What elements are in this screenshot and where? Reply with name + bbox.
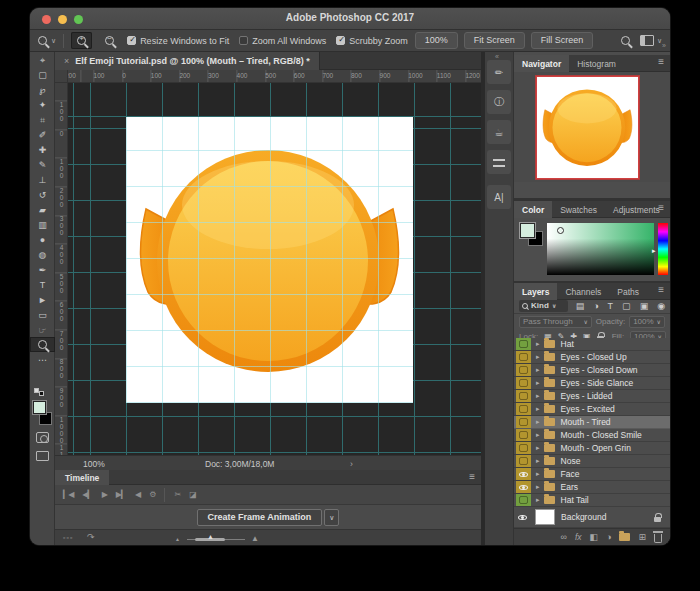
- visibility-toggle[interactable]: [516, 351, 531, 363]
- status-chevron-icon[interactable]: ›: [350, 459, 353, 469]
- document-tab[interactable]: × Elf Emoji Tutorial.psd @ 100% (Mouth –…: [55, 52, 320, 70]
- expand-group-icon[interactable]: ▸: [536, 418, 540, 426]
- layer-row[interactable]: ▸Mouth - Closed Smile: [514, 429, 670, 442]
- zoom-out-mode-button[interactable]: −: [99, 32, 120, 49]
- current-tool-icon[interactable]: ∨: [38, 36, 56, 45]
- horizontal-ruler[interactable]: 2001000100200300400500600700800900100011…: [68, 70, 481, 83]
- brush-settings-panel-icon[interactable]: ✏: [487, 60, 511, 84]
- hand-tool[interactable]: ☞: [30, 322, 55, 337]
- filter-pixel-layers-icon[interactable]: ▤: [576, 301, 585, 311]
- visibility-eye-icon[interactable]: [516, 468, 531, 480]
- type-tool[interactable]: T: [30, 277, 55, 292]
- previous-frame-button[interactable]: ◀▎: [82, 490, 92, 499]
- filter-toggle-icon[interactable]: ◉: [657, 301, 665, 311]
- visibility-eye-icon[interactable]: [516, 481, 531, 493]
- zoom-100-button[interactable]: 100%: [415, 32, 458, 49]
- first-frame-button[interactable]: ▎◀: [63, 490, 73, 499]
- layer-row[interactable]: ▸Ears: [514, 481, 670, 494]
- layer-row[interactable]: ▸Eyes - Lidded: [514, 390, 670, 403]
- move-tool[interactable]: ⌖: [30, 52, 55, 67]
- layer-row[interactable]: ▸Mouth - Open Grin: [514, 442, 670, 455]
- panel-menu-icon[interactable]: ≡: [658, 202, 664, 213]
- lasso-tool[interactable]: ℘: [30, 82, 55, 97]
- layer-row[interactable]: ▸Nose: [514, 455, 670, 468]
- layer-row[interactable]: ▸Mouth - Tired: [514, 416, 670, 429]
- tab-color[interactable]: Color: [514, 201, 552, 218]
- create-frame-animation-button[interactable]: Create Frame Animation: [197, 509, 323, 526]
- layer-row[interactable]: ▸Eyes - Excited: [514, 403, 670, 416]
- opacity-dropdown[interactable]: 100%∨: [629, 316, 665, 328]
- expand-group-icon[interactable]: ▸: [536, 353, 540, 361]
- expand-group-icon[interactable]: ▸: [536, 457, 540, 465]
- timeline-zoom-in-icon[interactable]: ▲: [251, 534, 259, 543]
- timeline-zoom-slider-thumb[interactable]: ▲: [207, 533, 214, 540]
- layer-row[interactable]: ▸Hat: [514, 338, 670, 351]
- properties-panel-icon[interactable]: [487, 150, 511, 174]
- workspace-switcher[interactable]: ∨: [640, 35, 662, 46]
- expand-group-icon[interactable]: ▸: [536, 392, 540, 400]
- visibility-toggle[interactable]: [516, 416, 531, 428]
- tab-navigator[interactable]: Navigator: [514, 55, 569, 72]
- canvas[interactable]: [126, 117, 413, 403]
- filter-shape-layers-icon[interactable]: ▢: [622, 301, 631, 311]
- timeline-settings-button[interactable]: ⚙: [149, 490, 155, 499]
- layer-row[interactable]: ▸Face: [514, 468, 670, 481]
- dodge-tool[interactable]: ◍: [30, 247, 55, 262]
- default-colors-icon[interactable]: [34, 388, 44, 396]
- expand-group-icon[interactable]: ▸: [536, 405, 540, 413]
- hue-slider-marker[interactable]: ▸: [652, 247, 656, 255]
- expand-group-icon[interactable]: ▸: [536, 379, 540, 387]
- foreground-color-swatch[interactable]: [33, 401, 46, 414]
- zoom-all-windows-checkbox[interactable]: Zoom All Windows: [239, 36, 326, 46]
- crop-tool[interactable]: ⌗: [30, 112, 55, 127]
- new-adjustment-layer-icon[interactable]: ◑: [606, 532, 611, 542]
- transition-button[interactable]: ◪: [189, 490, 196, 499]
- expand-group-icon[interactable]: ▸: [536, 340, 540, 348]
- panel-menu-icon[interactable]: ≡: [658, 56, 664, 67]
- navigator-preview[interactable]: [535, 75, 640, 180]
- add-layer-mask-icon[interactable]: ◧: [590, 532, 599, 542]
- visibility-toggle[interactable]: [516, 442, 531, 454]
- visibility-toggle[interactable]: [516, 403, 531, 415]
- expand-group-icon[interactable]: ▸: [536, 496, 540, 504]
- layer-row[interactable]: ▸Eyes - Closed Down: [514, 364, 670, 377]
- path-selection-tool[interactable]: ►: [30, 292, 55, 307]
- tab-swatches[interactable]: Swatches: [552, 201, 605, 218]
- panel-menu-icon[interactable]: ≡: [469, 471, 475, 482]
- play-button[interactable]: ▶: [102, 490, 107, 499]
- tool-presets-panel-icon[interactable]: ☕: [487, 120, 511, 144]
- visibility-toggle[interactable]: [516, 390, 531, 402]
- tab-histogram[interactable]: Histogram: [569, 55, 624, 72]
- frame-view-icon[interactable]: ▫▫▫: [63, 534, 73, 541]
- zoom-in-mode-button[interactable]: +: [71, 32, 92, 49]
- expand-group-icon[interactable]: ▸: [536, 431, 540, 439]
- expand-dock-icon[interactable]: «: [495, 53, 499, 60]
- fill-screen-button[interactable]: Fill Screen: [531, 32, 594, 49]
- brush-tool[interactable]: ✎: [30, 157, 55, 172]
- filter-adjustment-layers-icon[interactable]: ◑: [593, 301, 598, 311]
- filter-type-layers-icon[interactable]: T: [608, 301, 614, 311]
- visibility-toggle[interactable]: [516, 494, 531, 506]
- visibility-eye-icon[interactable]: [518, 513, 527, 521]
- visibility-toggle[interactable]: [516, 338, 531, 350]
- quick-mask-button[interactable]: [30, 430, 55, 445]
- new-layer-icon[interactable]: ⊞: [638, 532, 646, 542]
- scrubby-zoom-checkbox[interactable]: Scrubby Zoom: [336, 36, 408, 46]
- zoom-percentage-field[interactable]: 100%: [83, 459, 105, 469]
- expand-group-icon[interactable]: ▸: [536, 366, 540, 374]
- expand-group-icon[interactable]: ▸: [536, 470, 540, 478]
- search-icon[interactable]: [621, 36, 630, 45]
- background-layer-thumbnail[interactable]: [535, 509, 555, 525]
- delete-layer-icon[interactable]: [654, 534, 662, 543]
- expand-group-icon[interactable]: ▸: [536, 483, 540, 491]
- edit-toolbar-button[interactable]: ⋯: [30, 352, 55, 367]
- tween-icon[interactable]: ↷: [87, 532, 95, 542]
- close-tab-icon[interactable]: ×: [64, 56, 69, 66]
- clone-stamp-tool[interactable]: ⊥: [30, 172, 55, 187]
- gradient-tool[interactable]: ▥: [30, 217, 55, 232]
- eyedropper-tool[interactable]: ✐: [30, 127, 55, 142]
- character-panel-icon[interactable]: A|: [487, 185, 511, 209]
- healing-brush-tool[interactable]: ✚: [30, 142, 55, 157]
- layer-style-icon[interactable]: fx: [575, 532, 582, 542]
- saturation-brightness-field[interactable]: [547, 223, 654, 275]
